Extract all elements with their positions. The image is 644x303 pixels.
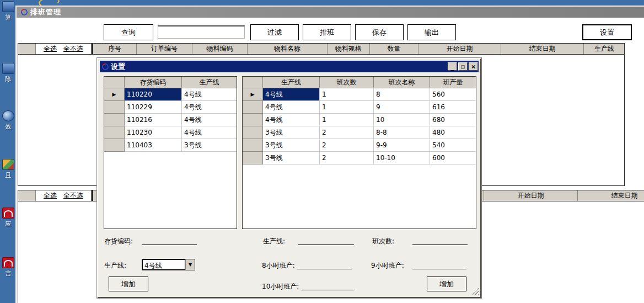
column-header-seq[interactable]: 序号	[93, 44, 137, 54]
cell-shift-output[interactable]: 680	[430, 114, 476, 126]
cell-inventory-code[interactable]: 110216	[125, 114, 182, 126]
row-selector-cell[interactable]	[243, 101, 263, 114]
row-selector-cell[interactable]	[104, 139, 125, 152]
column-header-end-date[interactable]: 结束日期	[578, 190, 644, 201]
column-header-line[interactable]: 生产线	[263, 77, 320, 88]
cell-shift-count[interactable]: 2	[320, 126, 374, 139]
column-header-quantity[interactable]: 数量	[370, 44, 418, 54]
table-row[interactable]: 4号线 1 10 680	[243, 114, 476, 126]
row-selector-cell[interactable]	[104, 114, 125, 126]
main-window-titlebar[interactable]: 排班管理	[17, 7, 644, 18]
row-selector-cell[interactable]	[243, 139, 263, 152]
line-select[interactable]: 4号线 ▼	[142, 259, 195, 270]
row-selector-cell[interactable]	[104, 126, 125, 139]
chevron-down-icon[interactable]: ▼	[185, 259, 195, 270]
cell-shift-count[interactable]: 2	[320, 152, 374, 164]
cell-inventory-code[interactable]: 110229	[125, 101, 182, 114]
desktop-icon-computer[interactable]: 算	[1, 1, 15, 22]
desktop-icon-red-app-2[interactable]: 言	[1, 257, 15, 278]
cell-line[interactable]: 4号线	[182, 88, 237, 101]
table-row[interactable]: 110230 4号线	[104, 126, 237, 139]
cell-shift-output[interactable]: 540	[430, 139, 476, 152]
select-none-link[interactable]: 全不选	[63, 44, 83, 54]
cell-shift-count[interactable]: 2	[320, 139, 374, 152]
query-button[interactable]: 查询	[104, 24, 153, 40]
desktop-icon-computer-2[interactable]: 除	[1, 63, 15, 83]
cell-shift-name[interactable]: 8-8	[374, 126, 430, 139]
table-row[interactable]: ▶ 110220 4号线	[104, 88, 237, 101]
cell-shift-name[interactable]: 9	[374, 101, 430, 114]
cell-shift-count[interactable]: 1	[320, 88, 374, 101]
cell-line[interactable]: 4号线	[263, 88, 320, 101]
dialog-titlebar[interactable]: 设置	[100, 61, 479, 72]
add-button-left[interactable]: 增加	[109, 277, 148, 291]
column-header-material-spec[interactable]: 物料规格	[328, 44, 370, 54]
close-icon[interactable]: ×	[469, 62, 478, 71]
column-header-line[interactable]: 生产线	[584, 44, 624, 54]
cell-inventory-code[interactable]: 110403	[125, 139, 182, 152]
cell-line[interactable]: 3号线	[182, 139, 237, 152]
cell-shift-output[interactable]: 560	[430, 88, 476, 101]
minimize-button[interactable]: _	[448, 62, 457, 71]
select-all-link[interactable]: 全选	[44, 191, 57, 200]
resize-grip[interactable]	[471, 288, 479, 295]
row-selector-cell[interactable]	[243, 126, 263, 139]
cell-shift-output[interactable]: 600	[430, 152, 476, 164]
cell-shift-name[interactable]: 10	[374, 114, 430, 126]
settings-button[interactable]: 设置	[582, 24, 632, 40]
cell-line[interactable]: 4号线	[182, 114, 237, 126]
cell-line[interactable]: 4号线	[263, 101, 320, 114]
cell-shift-output[interactable]: 616	[430, 101, 476, 114]
column-header-order[interactable]: 订单编号	[137, 44, 192, 54]
column-header-line[interactable]: 生产线	[182, 77, 237, 88]
cell-line[interactable]: 3号线	[263, 126, 320, 139]
row-selector-cell[interactable]: ▶	[104, 88, 125, 101]
column-header-material-code[interactable]: 物料编码	[192, 44, 248, 54]
table-row[interactable]: 3号线 2 8-8 480	[243, 126, 476, 139]
cell-shift-name[interactable]: 10-10	[374, 152, 430, 164]
column-header-start-date[interactable]: 开始日期	[418, 44, 501, 54]
search-input[interactable]	[158, 25, 245, 39]
cell-line[interactable]: 3号线	[263, 139, 320, 152]
column-header-material-name[interactable]: 物料名称	[248, 44, 328, 54]
table-row[interactable]: 3号线 2 9-9 540	[243, 139, 476, 152]
cell-shift-count[interactable]: 1	[320, 101, 374, 114]
row-selector-cell[interactable]: ▶	[243, 88, 263, 101]
column-header-start-date[interactable]: 开始日期	[484, 190, 578, 201]
column-header-shift-output[interactable]: 班产量	[430, 77, 476, 88]
table-row[interactable]: 110403 3号线	[104, 139, 237, 152]
filter-button[interactable]: 过滤	[250, 24, 299, 40]
cell-inventory-code[interactable]: 110220	[125, 88, 182, 101]
save-button[interactable]: 保存	[355, 24, 404, 40]
table-row[interactable]: 4号线 1 9 616	[243, 101, 476, 114]
cell-shift-count[interactable]: 1	[320, 114, 374, 126]
add-button-right[interactable]: 增加	[427, 277, 466, 291]
cell-line[interactable]: 4号线	[263, 114, 320, 126]
column-header-inventory-code[interactable]: 存货编码	[125, 77, 182, 88]
table-row[interactable]: 110229 4号线	[104, 101, 237, 114]
desktop-icon-globe[interactable]: 效	[1, 110, 15, 131]
select-none-link[interactable]: 全不选	[63, 191, 83, 200]
maximize-button[interactable]: □	[458, 62, 468, 71]
cell-inventory-code[interactable]: 110230	[125, 126, 182, 139]
cell-shift-name[interactable]: 8	[374, 88, 430, 101]
output-button[interactable]: 输出	[407, 24, 456, 40]
row-selector-cell[interactable]	[104, 101, 125, 114]
column-header-shift-count[interactable]: 班次数	[320, 77, 374, 88]
cell-shift-output[interactable]: 480	[430, 126, 476, 139]
row-selector-cell[interactable]	[243, 152, 263, 164]
table-row[interactable]: ▶ 4号线 1 8 560	[243, 88, 476, 101]
row-selector-cell[interactable]	[243, 114, 263, 126]
cell-line[interactable]: 4号线	[182, 126, 237, 139]
cell-line[interactable]: 4号线	[182, 101, 237, 114]
schedule-button[interactable]: 排班	[303, 24, 351, 40]
desktop-icon-app[interactable]: 且	[1, 159, 15, 179]
table-row[interactable]: 110216 4号线	[104, 114, 237, 126]
column-header-end-date[interactable]: 结束日期	[501, 44, 584, 54]
column-header-shift-name[interactable]: 班次名称	[374, 77, 430, 88]
table-row[interactable]: 3号线 2 10-10 600	[243, 152, 476, 164]
select-all-link[interactable]: 全选	[44, 44, 57, 54]
desktop-icon-red-app[interactable]: 应	[1, 208, 15, 228]
cell-shift-name[interactable]: 9-9	[374, 139, 430, 152]
cell-line[interactable]: 3号线	[263, 152, 320, 164]
